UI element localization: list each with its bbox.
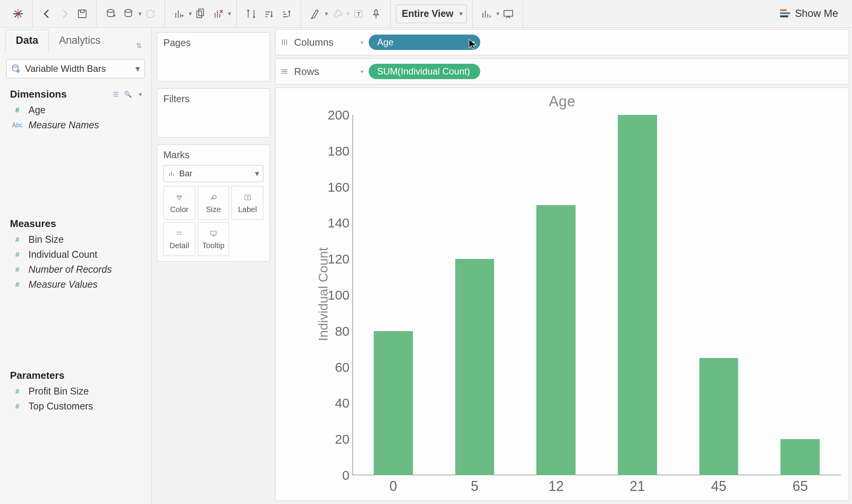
pages-card[interactable]: Pages (157, 32, 270, 81)
number-icon: # (12, 250, 23, 259)
svg-point-17 (178, 197, 181, 200)
abc-icon: Abc (12, 122, 23, 129)
tab-analytics[interactable]: Analytics (49, 30, 111, 52)
mark-tooltip-button[interactable]: Tooltip (198, 222, 230, 256)
svg-point-6 (107, 9, 114, 12)
visualization-area[interactable]: Age Individual Count 0204060801001201401… (275, 88, 849, 501)
mark-size-button[interactable]: Size (198, 186, 230, 220)
swap-axes-button[interactable] (242, 5, 260, 23)
mark-cell-label: Detail (170, 241, 189, 250)
filters-card[interactable]: Filters (157, 88, 270, 138)
field-label: Age (28, 104, 45, 116)
search-fields-icon[interactable]: 🔍 (123, 89, 133, 100)
columns-shelf[interactable]: Columns Age▾ (275, 29, 849, 55)
number-icon: # (12, 106, 23, 114)
mark-label-toggle-button[interactable]: T (349, 5, 367, 23)
columns-pill-age[interactable]: Age▾ (369, 35, 480, 50)
dimensions-menu-icon[interactable]: ▾ (135, 89, 146, 100)
y-tick: 100 (315, 288, 349, 303)
chart-title[interactable]: Age (276, 88, 849, 112)
save-button[interactable] (73, 5, 91, 23)
tab-data[interactable]: Data (5, 30, 49, 52)
bar-21[interactable] (618, 115, 657, 475)
number-icon: # (12, 280, 23, 289)
mark-cell-label: Label (238, 205, 257, 214)
y-tick: 60 (315, 360, 349, 375)
bar-65[interactable] (780, 439, 820, 475)
svg-point-24 (181, 231, 182, 232)
bar-0[interactable] (374, 331, 413, 475)
highlight-button[interactable]: ▾ (306, 5, 328, 23)
refresh-data-button[interactable] (141, 5, 159, 23)
dimension-measure-names[interactable]: AbcMeasure Names (0, 118, 151, 133)
rows-shelf-menu[interactable] (354, 68, 363, 75)
x-tick: 12 (548, 478, 564, 494)
show-me-button[interactable]: Show Me (780, 8, 845, 20)
show-hide-cards-button[interactable]: ▾ (478, 5, 499, 23)
y-axis (353, 115, 353, 475)
svg-rect-8 (197, 11, 202, 18)
parameter-top-customers[interactable]: #Top Customers (0, 399, 151, 414)
field-label: Individual Count (28, 249, 97, 260)
parameter-profit-bin-size[interactable]: #Profit Bin Size (0, 384, 151, 399)
mark-color-button[interactable]: Color (163, 186, 195, 220)
columns-shelf-menu[interactable] (354, 39, 363, 45)
number-icon: # (12, 402, 23, 411)
number-icon: # (12, 387, 23, 396)
measure-measure-values[interactable]: #Measure Values (0, 277, 151, 292)
color-icon (174, 192, 184, 203)
tableau-logo-icon[interactable] (9, 5, 27, 23)
rows-shelf[interactable]: Rows SUM(Individual Count) (275, 58, 849, 85)
svg-point-19 (213, 195, 216, 199)
bar-icon (168, 170, 175, 177)
rows-pill-individual-count[interactable]: SUM(Individual Count) (369, 64, 480, 79)
svg-text:T: T (357, 11, 360, 17)
new-worksheet-button[interactable]: ▾ (170, 5, 192, 23)
back-button[interactable] (38, 5, 56, 23)
pause-data-button[interactable]: ▾ (120, 5, 141, 23)
y-tick: 140 (315, 216, 349, 230)
group-button[interactable]: ▾ (328, 5, 349, 23)
y-tick: 40 (315, 396, 349, 411)
field-label: Measure Names (28, 119, 99, 131)
datasource-dropdown[interactable]: Variable Width Bars (6, 59, 145, 78)
measure-number-of-records[interactable]: #Number of Records (0, 262, 151, 277)
view-list-icon[interactable]: ☰ (110, 89, 121, 100)
datasource-icon (10, 64, 21, 73)
mark-label-button[interactable]: TLabel (231, 186, 263, 220)
size-icon (208, 192, 218, 203)
y-tick: 120 (315, 252, 349, 267)
mark-cell-label: Size (206, 205, 221, 214)
measure-bin-size[interactable]: #Bin Size (0, 232, 151, 247)
svg-point-13 (13, 65, 18, 67)
sort-desc-button[interactable] (278, 5, 295, 23)
x-tick: 0 (389, 478, 397, 494)
bar-5[interactable] (455, 259, 494, 475)
columns-icon (280, 38, 290, 46)
svg-point-15 (177, 195, 179, 197)
new-datasource-button[interactable] (102, 5, 120, 23)
pin-button[interactable] (367, 5, 385, 23)
x-tick: 5 (471, 478, 478, 494)
measure-individual-count[interactable]: #Individual Count (0, 247, 151, 262)
svg-rect-28 (211, 231, 216, 235)
cards-column: Pages Filters Marks Bar ColorSizeTLabelD… (151, 28, 275, 504)
fit-dropdown[interactable]: Entire View (396, 5, 467, 23)
show-me-icon (780, 9, 791, 18)
forward-button[interactable] (56, 5, 73, 23)
dimension-age[interactable]: #Age (0, 103, 151, 118)
mark-cell-label: Color (170, 205, 188, 214)
bar-45[interactable] (699, 358, 739, 475)
bar-12[interactable] (536, 205, 576, 476)
svg-rect-12 (504, 10, 513, 16)
mark-type-dropdown[interactable]: Bar (163, 165, 263, 182)
field-label: Measure Values (28, 279, 98, 290)
tab-swap-icon[interactable]: ⇅ (132, 39, 146, 52)
data-pane: Data Analytics ⇅ Variable Width Bars Dim… (0, 28, 151, 504)
presentation-mode-button[interactable] (499, 5, 517, 23)
number-icon: # (12, 235, 23, 244)
mark-detail-button[interactable]: Detail (163, 222, 195, 256)
sort-asc-button[interactable] (260, 5, 278, 23)
clear-sheet-button[interactable]: ▾ (210, 5, 231, 23)
duplicate-sheet-button[interactable] (192, 5, 210, 23)
